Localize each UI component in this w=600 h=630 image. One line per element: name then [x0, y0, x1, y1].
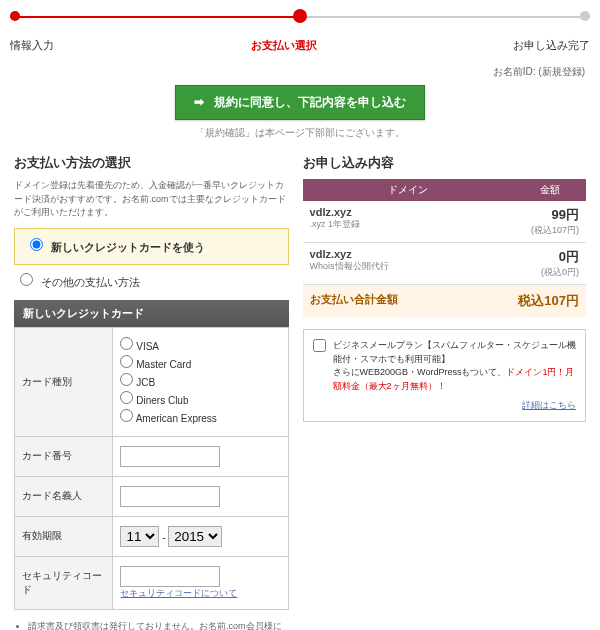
order-head-domain: ドメイン	[303, 179, 514, 201]
expiry-label: 有効期限	[15, 516, 113, 556]
promo-box: ビジネスメールプラン【スパムフィルター・スケジュール機能付・スマホでも利用可能】…	[303, 329, 586, 422]
cvv-info-link[interactable]: セキュリティコードについて	[120, 588, 237, 598]
promo-details-link[interactable]: 詳細はこちら	[522, 400, 576, 410]
progress-step-3	[580, 11, 590, 21]
submit-button[interactable]: ➡ 規約に同意し、下記内容を申し込む	[175, 85, 424, 120]
card-type-diners[interactable]	[120, 391, 133, 404]
payment-method-desc: ドメイン登録は先着優先のため、入金確認が一番早いクレジットカード決済がおすすめで…	[14, 179, 289, 220]
submit-button-label: 規約に同意し、下記内容を申し込む	[214, 95, 406, 109]
payment-notes: 請求書及び領収書は発行しておりません。お名前.com会員様にお送りするご請求及び…	[14, 620, 289, 631]
payment-method-title: お支払い方法の選択	[14, 154, 289, 172]
progress-label-1: 情報入力	[10, 38, 54, 53]
note-item: 請求書及び領収書は発行しておりません。お名前.com会員様にお送りするご請求及び…	[28, 620, 289, 631]
radio-other-method[interactable]: その他の支払い方法	[14, 272, 146, 292]
expiry-year-select[interactable]: 2015	[168, 526, 222, 547]
progress-label-2: お支払い選択	[251, 38, 317, 53]
card-name-label: カード名義人	[15, 476, 113, 516]
arrow-right-icon: ➡	[194, 95, 204, 109]
expiry-month-select[interactable]: 11	[120, 526, 159, 547]
card-number-input[interactable]	[120, 446, 220, 467]
order-item: vdlz.xyz Whois情報公開代行 0円 (税込0円)	[303, 243, 586, 285]
order-total-value: 税込107円	[518, 292, 579, 310]
promo-checkbox[interactable]	[313, 339, 326, 352]
progress-step-2	[293, 9, 307, 23]
card-type-master[interactable]	[120, 355, 133, 368]
progress-step-1	[10, 11, 20, 21]
card-name-input[interactable]	[120, 486, 220, 507]
card-type-label: カード種別	[15, 327, 113, 436]
radio-new-card[interactable]: 新しいクレジットカードを使う	[24, 237, 211, 257]
order-summary-title: お申し込み内容	[303, 154, 586, 172]
card-type-cell: VISA Master Card JCB Diners Club America…	[113, 327, 288, 436]
card-type-visa[interactable]	[120, 337, 133, 350]
user-id-label: お名前ID: (新規登録)	[15, 65, 585, 79]
radio-other-input[interactable]	[20, 273, 33, 286]
submit-note: 「規約確認」は本ページ下部部にございます。	[0, 126, 600, 140]
order-total-label: お支払い合計金額	[310, 292, 519, 310]
radio-new-card-input[interactable]	[30, 238, 43, 251]
cvv-input[interactable]	[120, 566, 220, 587]
card-type-jcb[interactable]	[120, 373, 133, 386]
order-head-price: 金額	[514, 179, 586, 201]
card-number-label: カード番号	[15, 436, 113, 476]
card-type-amex[interactable]	[120, 409, 133, 422]
promo-main: ビジネスメールプラン【スパムフィルター・スケジュール機能付・スマホでも利用可能】	[333, 339, 576, 366]
order-item: vdlz.xyz .xyz 1年登録 99円 (税込107円)	[303, 201, 586, 243]
progress-label-3: お申し込み完了	[513, 38, 590, 53]
new-card-subhead: 新しいクレジットカード	[14, 300, 289, 327]
cvv-label: セキュリティコード	[15, 556, 113, 609]
